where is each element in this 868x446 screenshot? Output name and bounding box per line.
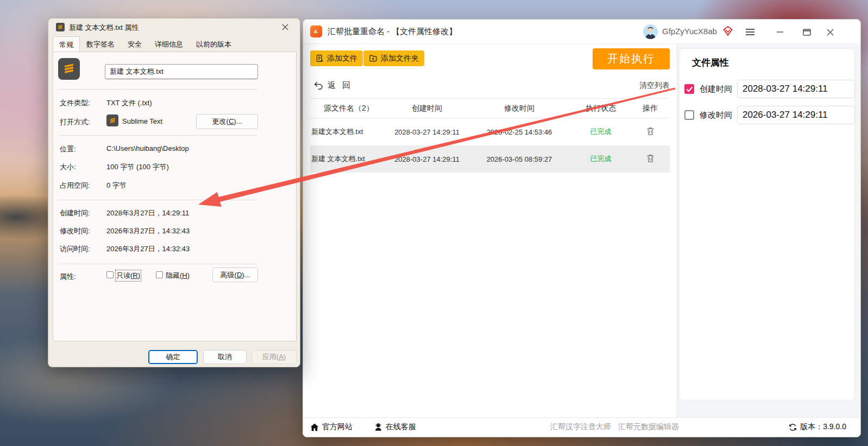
clear-list-button[interactable]: 清空列表 [639, 81, 670, 91]
created-value: 2028年3月27日，14:29:11 [106, 208, 189, 218]
modified-label: 修改时间: [60, 226, 90, 236]
delete-row-icon[interactable] [646, 127, 655, 136]
dialog-titlebar[interactable]: 新建 文本文档.txt 属性 [48, 18, 300, 36]
hidden-label: 隐藏(H) [166, 271, 190, 281]
delete-row-icon[interactable] [646, 154, 655, 163]
apply-button: 应用(A) [251, 350, 297, 364]
cell-file-name: 新建 文本文档.txt [310, 154, 386, 164]
dialog-title: 新建 文本文档.txt 属性 [69, 23, 139, 33]
accessed-label: 访问时间: [60, 244, 90, 254]
cell-created: 2028-03-27 14:29:11 [386, 128, 468, 136]
execute-button[interactable]: 开始执行 [593, 48, 670, 69]
cancel-button[interactable]: 取消 [203, 350, 247, 364]
table-row[interactable]: 新建 文本文档.txt 2028-03-27 14:29:11 2026-03-… [310, 145, 670, 173]
official-site-button[interactable]: 官方网站 [310, 422, 353, 432]
created-time-label: 创建时间 [700, 84, 732, 94]
cell-status: 已完成 [571, 154, 631, 164]
header-modified: 修改时间 [468, 104, 571, 113]
separator [58, 89, 257, 90]
size-value: 100 字节 (100 字节) [106, 162, 169, 172]
close-icon[interactable] [820, 24, 840, 40]
file-table: 源文件名（2） 创建时间 修改时间 执行状态 操作 新建文本文档.txt 202… [310, 98, 670, 173]
header-action: 操作 [631, 104, 670, 113]
header-source-name: 源文件名（2） [310, 104, 386, 113]
tab-general[interactable]: 常规 [53, 36, 80, 53]
minimize-icon[interactable] [770, 24, 790, 40]
menu-icon[interactable] [740, 24, 760, 40]
created-time-input[interactable] [737, 80, 855, 98]
location-value: C:\Users\huibang\Desktop [106, 144, 189, 152]
hidden-checkbox[interactable] [156, 271, 163, 278]
add-file-button[interactable]: 添加文件 [310, 50, 363, 66]
app-titlebar[interactable]: 汇帮批量重命名 - 【文件属性修改】 GfpZyYucX8ab [303, 20, 860, 44]
created-time-row: 创建时间 [684, 80, 855, 98]
version-label: 版本：3.9.0.0 [800, 422, 846, 432]
created-time-checkbox[interactable] [684, 84, 694, 94]
home-icon [310, 423, 319, 431]
tab-security[interactable]: 安全 [121, 37, 148, 52]
file-list-area: 添加文件 添加文件夹 开始执行 返 回 清空列表 源文件名（2） 创建时间 修改… [303, 44, 677, 417]
list-controls-row: 返 回 清空列表 [303, 77, 677, 97]
partner-link-pinyin[interactable]: 汇帮汉字注音大师 [550, 422, 611, 432]
size-on-disk-label: 占用空间: [60, 181, 90, 190]
add-folder-button[interactable]: 添加文件夹 [363, 50, 424, 66]
modified-time-row: 修改时间 [684, 106, 855, 124]
cell-modified: 2026-02-25 14:53:46 [468, 128, 571, 136]
username[interactable]: GfpZyYucX8ab [662, 27, 717, 36]
vip-badge-icon[interactable] [722, 26, 733, 36]
tab-previous-versions[interactable]: 以前的版本 [190, 37, 238, 52]
sublime-file-icon [56, 23, 65, 31]
status-bar: 官方网站 在线客服 汇帮汉字注音大师 汇帮元数据编辑器 版本：3.9.0.0 [303, 417, 861, 437]
location-label: 位置: [60, 144, 76, 154]
dialog-close-icon[interactable] [274, 20, 297, 35]
open-with-value: Sublime Text [122, 117, 162, 125]
partner-link-metadata[interactable]: 汇帮元数据编辑器 [618, 422, 679, 432]
back-arrow-icon [314, 81, 323, 90]
cell-created: 2028-03-27 14:29:11 [386, 155, 468, 163]
cell-status: 已完成 [571, 127, 631, 137]
general-tab-page [53, 52, 297, 341]
app-window: 汇帮批量重命名 - 【文件属性修改】 GfpZyYucX8ab 添加文件 添加文… [303, 19, 861, 437]
modified-time-input[interactable] [737, 106, 855, 124]
file-type-value: TXT 文件 (.txt) [106, 98, 152, 108]
support-person-icon [374, 423, 382, 431]
panel-title: 文件属性 [692, 56, 729, 69]
file-type-label: 文件类型: [60, 98, 90, 108]
version-button[interactable]: 版本：3.9.0.0 [789, 422, 846, 432]
ok-button[interactable]: 确定 [148, 350, 198, 364]
attributes-label: 属性: [60, 272, 76, 282]
readonly-label: 只读(R) [116, 271, 140, 281]
modified-time-label: 修改时间 [700, 110, 732, 120]
readonly-checkbox[interactable] [106, 271, 114, 278]
file-attributes-panel: 文件属性 创建时间 修改时间 [679, 48, 855, 400]
maximize-icon[interactable] [796, 24, 817, 40]
file-name-input[interactable] [105, 64, 258, 79]
online-service-button[interactable]: 在线客服 [374, 422, 416, 432]
cell-file-name: 新建文本文档.txt [310, 127, 386, 137]
dialog-tabs: 常规 数字签名 安全 详细信息 以前的版本 [53, 39, 238, 52]
add-file-label: 添加文件 [327, 54, 357, 63]
back-label: 返 回 [328, 80, 353, 91]
user-avatar[interactable] [643, 24, 658, 39]
tab-digital-signatures[interactable]: 数字签名 [80, 37, 121, 52]
app-window-title: 汇帮批量重命名 - 【文件属性修改】 [328, 27, 457, 37]
modified-time-checkbox[interactable] [684, 110, 694, 120]
tab-details[interactable]: 详细信息 [148, 37, 190, 52]
properties-dialog: 新建 文本文档.txt 属性 常规 数字签名 安全 详细信息 以前的版本 文件类… [48, 18, 300, 367]
app-icon [310, 26, 322, 37]
advanced-button[interactable]: 高级(D)... [212, 267, 258, 282]
back-button[interactable]: 返 回 [314, 80, 353, 91]
created-label: 创建时间: [60, 208, 90, 218]
cell-modified: 2026-03-05 08:59:27 [468, 155, 571, 163]
header-status: 执行状态 [571, 104, 631, 113]
change-button[interactable]: 更改(C)... [196, 114, 258, 129]
refresh-icon [789, 423, 797, 431]
size-label: 大小: [60, 162, 76, 172]
sublime-file-icon-large [58, 58, 80, 80]
table-row[interactable]: 新建文本文档.txt 2028-03-27 14:29:11 2026-02-2… [310, 118, 670, 145]
online-service-label: 在线客服 [386, 422, 416, 432]
size-on-disk-value: 0 字节 [106, 181, 127, 190]
separator [58, 264, 257, 264]
separator [58, 200, 257, 200]
separator [58, 135, 257, 136]
